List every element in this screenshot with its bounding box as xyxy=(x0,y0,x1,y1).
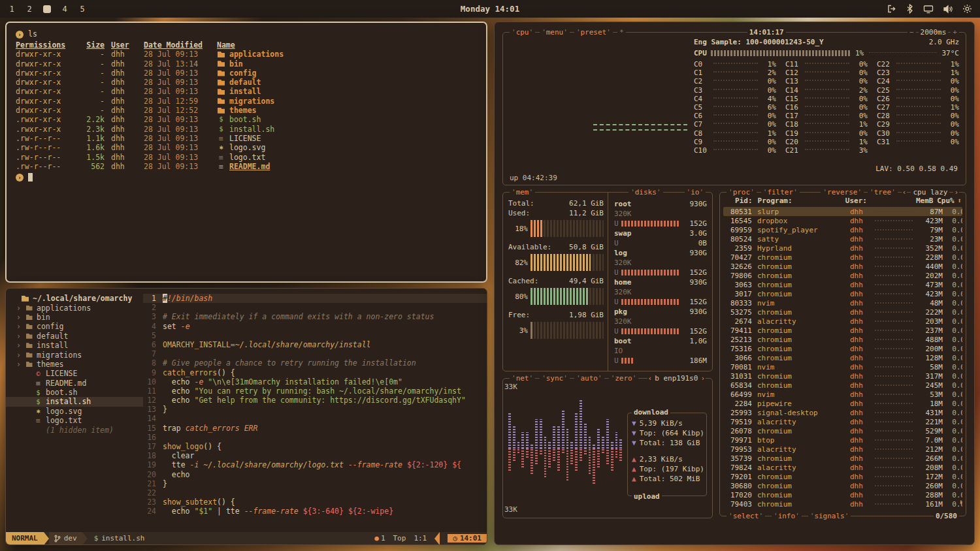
tree-item[interactable]: config xyxy=(6,322,143,331)
signals-button[interactable]: signals xyxy=(808,512,851,520)
net-auto-button[interactable]: auto xyxy=(574,374,604,383)
process-row[interactable]: 75316 chromium dhh 200M 0.0 xyxy=(723,344,962,353)
interval-decrease-button[interactable]: − xyxy=(907,28,916,37)
process-row[interactable]: 26078 chromium dhh 529M 0.0 xyxy=(723,426,962,435)
interval-increase-button[interactable]: + xyxy=(951,28,959,37)
filter-button[interactable]: filter xyxy=(761,188,800,197)
disks-title[interactable]: disks xyxy=(629,188,662,197)
gear-icon[interactable] xyxy=(962,4,972,14)
process-row[interactable]: 53275 chromium dhh 222M 0.0 xyxy=(723,307,962,317)
process-row[interactable]: 35739 chromium dhh 266M 0.0 xyxy=(723,454,962,463)
header-cpu[interactable]: Cpu% xyxy=(934,197,955,205)
header-pid[interactable]: Pid: xyxy=(725,197,753,205)
process-row[interactable]: 25993 signal-desktop dhh 431M 0.0 xyxy=(723,408,962,417)
sort-prev-button[interactable]: ‹ xyxy=(902,188,907,197)
process-row[interactable]: 79953 alacritty dhh 212M 0.0 xyxy=(723,445,962,454)
code-area[interactable]: 1 #!/bin/bash 2 3 # Exit immediately if … xyxy=(143,289,487,532)
menu-button[interactable]: menu xyxy=(540,28,570,37)
sort-next-button[interactable]: › xyxy=(953,188,959,197)
cpu-panel-titlebar: cpu menu preset * 14:01:17 − 2000ms + xyxy=(510,27,959,37)
process-row[interactable]: 79411 chromium dhh 237M 0.0 xyxy=(723,326,962,335)
process-row[interactable]: 80524 satty dhh 23M 0.0 xyxy=(723,234,962,244)
download-top: Top: (664 Kibp) xyxy=(640,429,704,437)
tree-item[interactable]: install.sh xyxy=(6,397,143,406)
iface-next-button[interactable]: › xyxy=(700,374,706,383)
volume-icon[interactable] xyxy=(943,5,953,14)
process-row[interactable]: 79971 btop dhh 7.0M 0.0 xyxy=(723,435,962,445)
process-row[interactable]: 66499 nvim dhh 53M 0.0 xyxy=(723,390,962,399)
process-row[interactable]: 3063 chromium dhh 473M 0.0 xyxy=(723,280,962,289)
tree-item[interactable]: (1 hidden item) xyxy=(6,425,143,434)
select-button[interactable]: select xyxy=(727,512,765,520)
tree-item[interactable]: default xyxy=(6,332,143,341)
git-branch[interactable]: dev xyxy=(49,532,82,544)
logout-icon[interactable] xyxy=(887,4,896,14)
workspace-5[interactable]: 5 xyxy=(78,5,86,14)
process-row[interactable]: 32626 chromium dhh 440M 0.0 xyxy=(723,262,962,271)
process-row[interactable]: 79824 alacritty dhh 208M 0.0 xyxy=(723,463,962,472)
workspace-1[interactable]: 1 xyxy=(8,5,16,14)
core-meter xyxy=(805,149,849,150)
iface-prev-button[interactable]: ‹ xyxy=(647,374,653,383)
process-name: chromium xyxy=(752,491,850,499)
info-button[interactable]: info xyxy=(772,512,802,520)
header-program[interactable]: Program: xyxy=(753,197,845,205)
tree-item[interactable]: install xyxy=(6,341,143,350)
io-toggle[interactable]: io xyxy=(685,188,706,197)
tree-button[interactable]: tree xyxy=(868,188,898,197)
process-row[interactable]: 30680 chromium dhh 260M 0.0 xyxy=(723,481,962,490)
process-row[interactable]: 16545 dropbox dhh 423M 0.0 xyxy=(723,216,962,225)
process-row[interactable]: 79403 chromium dhh 161M 0.0 xyxy=(723,499,962,508)
disk-row: 320K xyxy=(614,258,707,268)
process-row[interactable]: 31031 chromium dhh 317M 0.0 xyxy=(723,371,962,381)
header-user[interactable]: User: xyxy=(845,197,868,205)
process-panel: proc filter reverse tree ‹ cpu lazy › Pi… xyxy=(719,192,966,516)
process-row[interactable]: 79806 chromium dhh 202M 0.0 xyxy=(723,271,962,280)
process-row[interactable]: 70081 nvim dhh 58M 0.0 xyxy=(723,362,962,371)
tree-item[interactable]: bin xyxy=(6,313,143,322)
tree-item[interactable]: LICENSE xyxy=(6,369,143,378)
workspace-3-active[interactable]: 3 xyxy=(43,5,51,13)
workspace-4[interactable]: 4 xyxy=(61,5,69,14)
tree-item[interactable]: ~/.local/share/omarchy xyxy=(6,294,143,303)
reverse-button[interactable]: reverse xyxy=(821,188,864,197)
workspace-2[interactable]: 2 xyxy=(25,5,33,14)
tree-item[interactable]: migrations xyxy=(6,350,143,359)
process-row[interactable]: 2359 Hyprland dhh 352M 0.0 xyxy=(723,244,962,253)
diagnostics-badge[interactable]: ●1 xyxy=(374,534,385,543)
process-row[interactable]: 65834 chromium dhh 245M 0.0 xyxy=(723,381,962,390)
process-row[interactable]: 25213 chromium dhh 488M 0.0 xyxy=(723,335,962,344)
tree-item[interactable]: themes xyxy=(6,360,143,369)
tree-item[interactable]: applications xyxy=(6,303,143,312)
process-row[interactable]: 79201 chromium dhh 172M 0.0 xyxy=(723,472,962,481)
process-row[interactable]: 2284 pipewire dhh 18M 0.0 xyxy=(723,399,962,408)
tree-item[interactable]: boot.sh xyxy=(6,388,143,397)
tree-item[interactable]: logo.svg xyxy=(6,407,143,416)
process-row[interactable]: 3017 chromium dhh 423M 0.0 xyxy=(723,289,962,298)
cpu-title[interactable]: cpu xyxy=(510,28,535,37)
process-row[interactable]: 80531 slurp dhh 87M 0.0 xyxy=(723,207,962,216)
tree-item[interactable]: logo.txt xyxy=(6,416,143,425)
process-row[interactable]: 69959 spotify_player dhh 79M 0.0 xyxy=(723,225,962,234)
scroll-up-icon[interactable]: ⬆ xyxy=(955,197,962,205)
process-row[interactable]: 2674 alacritty dhh 203M 0.0 xyxy=(723,317,962,326)
process-row[interactable]: 17020 chromium dhh 288M 0.0 xyxy=(723,490,962,499)
file-size: 1.1k xyxy=(78,134,105,143)
process-row[interactable]: 80333 nvim dhh 48M 0.0 xyxy=(723,298,962,307)
net-title[interactable]: net xyxy=(510,374,535,383)
process-row[interactable]: 79519 alacritty dhh 221M 0.0 xyxy=(723,417,962,426)
scroll-down-icon[interactable]: ⬇ xyxy=(958,498,963,507)
process-row[interactable]: 70427 chromium dhh 228M 0.0 xyxy=(723,253,962,262)
preset-button[interactable]: preset xyxy=(574,28,613,37)
prompt-line-empty[interactable]: › xyxy=(16,172,477,182)
disk-label: 320K xyxy=(614,317,632,326)
mem-title[interactable]: mem xyxy=(510,188,535,197)
header-memb[interactable]: MemB xyxy=(909,197,934,205)
bluetooth-icon[interactable] xyxy=(906,4,914,14)
net-zero-button[interactable]: zero xyxy=(609,374,639,383)
net-sync-button[interactable]: sync xyxy=(540,374,570,383)
tree-item[interactable]: README.md xyxy=(6,379,143,388)
proc-title[interactable]: proc xyxy=(727,188,757,197)
display-icon[interactable] xyxy=(923,5,934,14)
process-row[interactable]: 3066 chromium dhh 128M 0.0 xyxy=(723,353,962,362)
